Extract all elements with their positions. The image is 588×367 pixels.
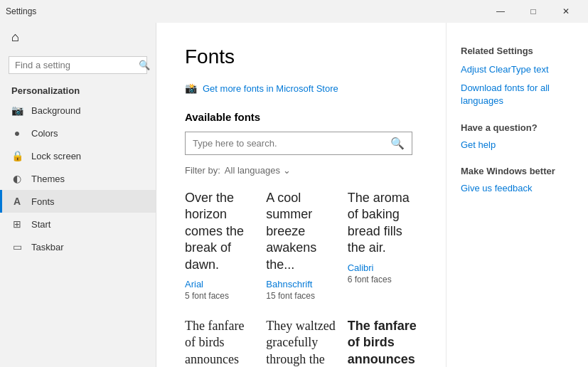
feedback-link[interactable]: Give us feedback: [461, 182, 574, 195]
font-card-bahnschrift[interactable]: A cool summer breeze awakens the... Bahn…: [266, 190, 336, 301]
sidebar-item-label-taskbar: Taskbar: [31, 242, 64, 252]
font-preview-cambria-math: They waltzed gracefully through the air.: [266, 318, 336, 367]
sidebar-item-label-background: Background: [31, 105, 80, 116]
feedback-section: Make Windows better Give us feedback: [461, 166, 574, 195]
feedback-title: Make Windows better: [461, 166, 574, 176]
title-bar-left: Settings: [6, 6, 36, 16]
filter-dropdown[interactable]: All languages ⌄: [225, 165, 291, 176]
font-card-calibri[interactable]: The aroma of baking bread fills the air.…: [348, 190, 417, 301]
sidebar-item-themes[interactable]: ◐ Themes: [0, 167, 156, 190]
store-icon: 📸: [185, 83, 197, 94]
search-input[interactable]: [15, 60, 134, 70]
close-button[interactable]: ✕: [550, 0, 582, 23]
start-icon: ⊞: [11, 218, 23, 230]
fonts-icon: A: [11, 196, 23, 207]
right-panel: Related Settings Adjust ClearType text D…: [446, 23, 588, 367]
sidebar-item-label-lock-screen: Lock screen: [31, 151, 81, 161]
font-preview-candara: The fanfare of birds announces the morni…: [348, 318, 417, 367]
fonts-search-icon: 🔍: [390, 137, 405, 150]
app-title: Settings: [6, 6, 36, 16]
font-card-cambria-math[interactable]: They waltzed gracefully through the air.…: [266, 318, 336, 367]
sidebar-item-label-fonts: Fonts: [31, 196, 55, 207]
related-settings-title: Related Settings: [461, 46, 574, 56]
search-fonts-box[interactable]: 🔍: [185, 132, 412, 155]
font-faces-calibri: 6 font faces: [348, 275, 417, 284]
sidebar-item-lock-screen[interactable]: 🔒 Lock screen: [0, 144, 156, 167]
cleartype-link[interactable]: Adjust ClearType text: [461, 63, 574, 76]
font-faces-bahnschrift: 15 font faces: [266, 291, 336, 301]
home-icon: ⌂: [11, 30, 19, 45]
get-help-link[interactable]: Get help: [461, 139, 574, 151]
font-name-bahnschrift[interactable]: Bahnschrift: [266, 279, 336, 289]
fonts-grid: Over the horizon comes the break of dawn…: [185, 190, 417, 367]
sidebar-item-start[interactable]: ⊞ Start: [0, 213, 156, 235]
filter-row: Filter by: All languages ⌄: [185, 165, 417, 176]
sidebar-item-label-start: Start: [31, 219, 50, 230]
chevron-down-icon: ⌄: [283, 165, 291, 176]
filter-label: Filter by:: [185, 165, 220, 176]
title-bar: Settings — □ ✕: [0, 0, 588, 23]
taskbar-icon: ▭: [11, 241, 23, 252]
font-preview-arial: Over the horizon comes the break of dawn…: [185, 190, 255, 273]
app-body: ⌂ 🔍 Personalization 📷 Background ● Color…: [0, 23, 588, 367]
maximize-button[interactable]: □: [517, 0, 550, 23]
font-card-arial[interactable]: Over the horizon comes the break of dawn…: [185, 190, 255, 301]
lock-icon: 🔒: [11, 150, 23, 161]
question-section: Have a question? Get help: [461, 122, 574, 151]
fonts-search-input[interactable]: [193, 138, 386, 149]
available-fonts-label: Available fonts: [185, 111, 417, 123]
sidebar-item-label-themes: Themes: [31, 174, 65, 184]
font-preview-calibri: The aroma of baking bread fills the air.: [348, 190, 417, 257]
download-fonts-link[interactable]: Download fonts for all languages: [461, 82, 574, 107]
sidebar-item-background[interactable]: 📷 Background: [0, 99, 156, 122]
search-box[interactable]: 🔍: [9, 56, 147, 74]
sidebar: ⌂ 🔍 Personalization 📷 Background ● Color…: [0, 23, 156, 367]
sidebar-item-fonts[interactable]: A Fonts: [0, 190, 156, 213]
page-title: Fonts: [185, 46, 417, 68]
search-icon: 🔍: [139, 60, 150, 70]
sidebar-item-label-colors: Colors: [31, 128, 58, 139]
question-title: Have a question?: [461, 122, 574, 133]
sidebar-item-taskbar[interactable]: ▭ Taskbar: [0, 235, 156, 258]
sidebar-item-colors[interactable]: ● Colors: [0, 122, 156, 144]
font-name-calibri[interactable]: Calibri: [348, 262, 417, 273]
font-card-candara[interactable]: The fanfare of birds announces the morni…: [348, 318, 417, 367]
font-faces-arial: 5 font faces: [185, 291, 255, 301]
filter-value: All languages: [225, 165, 280, 176]
minimize-button[interactable]: —: [484, 0, 517, 23]
sidebar-section-label: Personalization: [0, 81, 156, 99]
colors-icon: ●: [11, 127, 23, 139]
background-icon: 📷: [11, 105, 23, 116]
themes-icon: ◐: [11, 173, 23, 184]
store-link-label: Get more fonts in Microsoft Store: [203, 83, 338, 94]
main-content: Fonts 📸 Get more fonts in Microsoft Stor…: [156, 23, 446, 367]
sidebar-home-button[interactable]: ⌂: [0, 23, 156, 52]
font-preview-bahnschrift: A cool summer breeze awakens the...: [266, 190, 336, 273]
font-preview-cambria: The fanfare of birds announces the morni…: [185, 318, 255, 367]
font-card-cambria[interactable]: The fanfare of birds announces the morni…: [185, 318, 255, 367]
title-bar-controls: — □ ✕: [484, 0, 582, 23]
store-link[interactable]: 📸 Get more fonts in Microsoft Store: [185, 83, 417, 94]
font-name-arial[interactable]: Arial: [185, 279, 255, 289]
